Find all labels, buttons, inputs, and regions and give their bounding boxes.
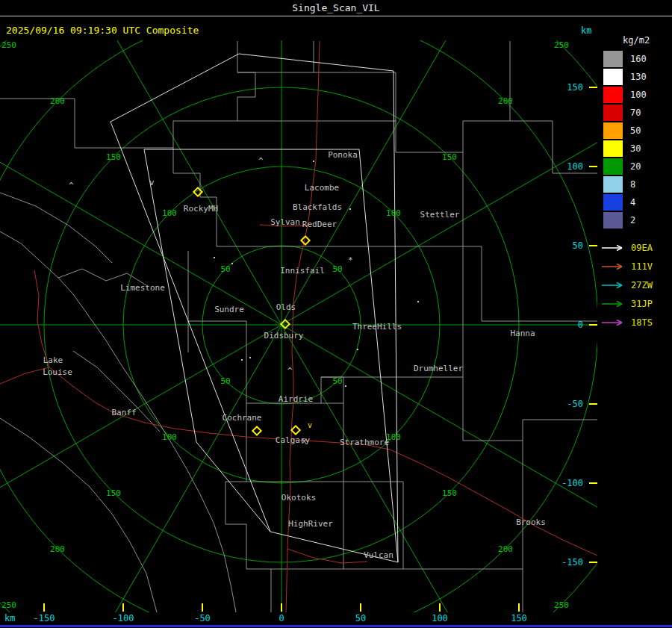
range-ring-label: 150 xyxy=(106,152,121,162)
town-label: Cochrane xyxy=(223,413,262,423)
color-scale-value: 30 xyxy=(630,143,641,154)
radar-map[interactable]: Ponoka Lacombe Blackfalds Sylvan RedDeer… xyxy=(0,0,672,628)
town-label: Banff xyxy=(111,408,136,417)
radar-site-marker-icon xyxy=(252,426,262,436)
color-scale-row: 20 xyxy=(597,158,672,175)
radar-site-marker-icon xyxy=(193,187,203,197)
right-axis-label: 100 xyxy=(567,161,583,172)
town-label: Limestone xyxy=(120,283,165,293)
color-scale-value: 50 xyxy=(630,125,641,136)
timestamp: 2025/09/16 09:19:30 UTC Composite xyxy=(6,25,199,36)
town-label: Stettler xyxy=(420,210,460,220)
town-label: Calgary xyxy=(276,435,310,445)
town-label: Lake xyxy=(43,355,63,365)
town-label: Lacombe xyxy=(305,183,339,193)
color-swatch xyxy=(603,122,623,139)
color-swatch xyxy=(603,176,623,193)
window-title: Single_Scan_VIL xyxy=(292,2,379,13)
color-swatch xyxy=(603,51,623,67)
color-swatch xyxy=(603,87,623,103)
range-ring-label: 150 xyxy=(106,488,121,498)
km-unit-bottom-label: km xyxy=(4,613,15,624)
color-scale-row: 130 xyxy=(597,68,672,86)
color-scale-row: 70 xyxy=(597,104,672,122)
town-label: Didsbury xyxy=(264,331,304,341)
range-ring-label: 150 xyxy=(442,152,457,162)
range-ring-label: 100 xyxy=(386,208,401,218)
town-label: Innisfail xyxy=(280,266,325,276)
range-ring-label: 200 xyxy=(50,96,65,106)
radar-site-marker-icon xyxy=(290,425,301,435)
radar-track-arrow-icon xyxy=(601,243,626,252)
radar-legend-row: 111V xyxy=(597,257,672,276)
color-scale-row: 100 xyxy=(597,86,672,104)
bottom-axis-label: -50 xyxy=(194,613,211,624)
town-label: Blackfalds xyxy=(293,202,342,212)
color-swatch xyxy=(603,140,623,157)
bottom-bar xyxy=(0,625,672,627)
color-scale-value: 160 xyxy=(630,54,647,64)
bottom-axis-label: 100 xyxy=(432,613,448,624)
radar-track-arrow-icon xyxy=(601,281,626,290)
titlebar: Single_Scan_VIL xyxy=(0,0,672,16)
range-ring-label: 100 xyxy=(386,432,401,442)
town-label: ThreeHills xyxy=(352,322,402,332)
color-swatch xyxy=(603,105,623,121)
range-ring-label: 50 xyxy=(332,264,342,274)
radar-app: * ^ ^ ^ v x v xyxy=(0,0,672,628)
color-scale-value: 4 xyxy=(630,197,635,208)
color-scale-value: 8 xyxy=(630,179,635,190)
radar-track-arrow-icon xyxy=(601,262,626,271)
range-ring-label: 200 xyxy=(50,544,65,554)
color-swatch xyxy=(603,69,623,85)
town-label: Sylvan xyxy=(270,217,300,227)
color-scale-value: 2 xyxy=(630,215,635,226)
legend-unit-label: kg/m2 xyxy=(623,35,672,46)
range-ring-label: 250 xyxy=(1,600,16,610)
town-label: RockyMH xyxy=(184,204,218,214)
range-ring-label: 50 xyxy=(220,264,230,274)
range-ring-label: 250 xyxy=(554,40,569,50)
range-ring-label: 200 xyxy=(498,544,513,554)
radar-track-arrow-icon xyxy=(601,318,626,327)
bottom-axis-label: 50 xyxy=(355,613,366,624)
legend-panel: kg/m2 160 130 100 70 xyxy=(597,17,672,622)
town-label: RedDeer xyxy=(302,220,337,229)
radar-id-legend: 09EA 111V 27ZW xyxy=(597,238,672,332)
color-swatch xyxy=(603,194,623,211)
town-label: Louise xyxy=(43,367,72,377)
color-scale-row: 50 xyxy=(597,122,672,140)
color-scale-row: 30 xyxy=(597,140,672,158)
range-ring-label: 100 xyxy=(162,432,177,442)
right-axis-label: -50 xyxy=(567,399,583,409)
color-scale-value: 100 xyxy=(630,90,647,100)
range-ring-label: 50 xyxy=(332,376,342,386)
radar-site-marker-icon xyxy=(280,319,290,329)
range-ring-label: 50 xyxy=(220,376,230,386)
color-scale-row: 2 xyxy=(597,211,672,229)
right-axis-label: 50 xyxy=(573,240,583,251)
right-axis-label: 0 xyxy=(578,320,583,330)
color-scale-row: 4 xyxy=(597,193,672,211)
bottom-axis-label: -150 xyxy=(34,613,55,624)
town-label: Brooks xyxy=(516,517,546,527)
radar-id-label: 31JP xyxy=(631,299,653,309)
right-axis-label: -100 xyxy=(561,478,583,488)
bottom-axis-label: 150 xyxy=(511,613,527,624)
range-ring-label: 200 xyxy=(498,96,513,106)
radar-legend-row: 09EA xyxy=(597,238,672,257)
radar-legend-row: 31JP xyxy=(597,294,672,313)
town-label: Ponoka xyxy=(328,150,358,160)
range-ring-label: 100 xyxy=(162,208,177,218)
town-label: Strathmore xyxy=(340,438,389,447)
range-ring-label: 150 xyxy=(442,488,457,498)
radar-site-marker-icon xyxy=(300,235,311,246)
radar-id-label: 09EA xyxy=(631,243,653,253)
town-label: Hanna xyxy=(510,329,535,338)
bottom-axis-label: -100 xyxy=(113,613,134,624)
bottom-axis-label: 0 xyxy=(279,613,284,624)
radar-id-label: 27ZW xyxy=(631,280,653,290)
town-label: Drumheller xyxy=(414,364,463,373)
radar-id-label: 111V xyxy=(631,261,653,272)
range-ring-label: 250 xyxy=(1,40,16,50)
